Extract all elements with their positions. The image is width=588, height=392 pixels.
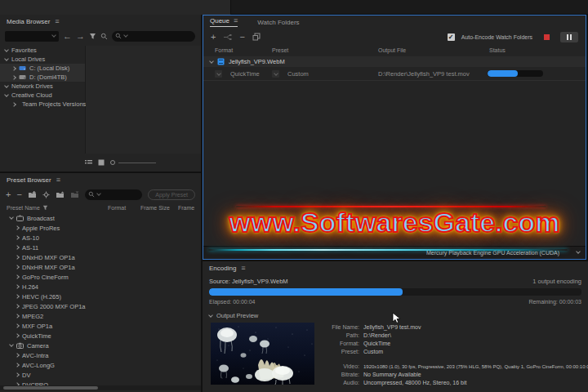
- tree-item-team-projects[interactable]: Team Projects Versions: [0, 100, 85, 109]
- chevron-right-icon: [15, 274, 20, 279]
- stop-queue-button[interactable]: [539, 32, 554, 42]
- filter-icon[interactable]: [89, 33, 96, 40]
- scrollbar-thumb[interactable]: [3, 386, 98, 390]
- format-dropdown[interactable]: [215, 70, 222, 78]
- add-source-icon[interactable]: +: [211, 33, 216, 42]
- preset-search-input[interactable]: [85, 189, 142, 200]
- chevron-down-icon: [9, 215, 14, 220]
- encoding-source-label: Source: Jellyfish_VP9.WebM: [209, 278, 288, 285]
- tree-item-drive-c[interactable]: C: (Local Disk): [0, 64, 85, 73]
- media-browser-panel: Media Browser ≡ ← → Favorites Local Driv…: [0, 15, 201, 172]
- queue-source-group-row[interactable]: Jellyfish_VP9.WebM: [203, 56, 586, 67]
- add-output-icon[interactable]: [223, 33, 232, 41]
- thumbnail-view-icon[interactable]: [98, 159, 105, 166]
- export-preset-icon[interactable]: [70, 191, 79, 198]
- preset-item[interactable]: MXF OP1a: [0, 321, 201, 331]
- camera-icon: [16, 342, 24, 349]
- tree-item-favorites[interactable]: Favorites: [0, 46, 85, 55]
- queue-row-format[interactable]: QuickTime: [230, 70, 260, 78]
- preset-item[interactable]: DNxHD MXF OP1a: [0, 252, 201, 262]
- column-status[interactable]: Status: [489, 47, 506, 53]
- tree-item-local-drives[interactable]: Local Drives: [0, 55, 85, 64]
- renderer-bar[interactable]: Mercury Playback Engine GPU Acceleration…: [203, 246, 586, 259]
- column-format[interactable]: Format: [215, 47, 233, 53]
- preset-settings-icon[interactable]: [42, 191, 50, 198]
- preset-item[interactable]: AVC-LongG: [0, 360, 201, 370]
- elapsed-label: Elapsed: 00:00:04: [209, 299, 255, 305]
- back-icon[interactable]: ←: [63, 32, 72, 41]
- queue-output-row[interactable]: QuickTime Custom D:\Render\Jellyfish_VP9…: [203, 67, 586, 81]
- output-preview-body: File Name: Jellyfish_VP9 test.mov Path: …: [203, 323, 588, 387]
- tree-item-creative-cloud[interactable]: Creative Cloud: [0, 91, 85, 100]
- panel-menu-icon[interactable]: ≡: [234, 17, 238, 24]
- detail-row-file-name: File Name: Jellyfish_VP9 test.mov: [325, 323, 588, 332]
- preset-item[interactable]: Apple ProRes: [0, 223, 201, 233]
- preset-item[interactable]: GoPro CineForm: [0, 272, 201, 282]
- apply-preset-button[interactable]: Apply Preset: [148, 189, 195, 200]
- preset-dropdown[interactable]: [272, 70, 279, 78]
- column-preset-name[interactable]: Preset Name: [7, 205, 108, 211]
- preset-item[interactable]: QuickTime: [0, 331, 201, 341]
- search-icon[interactable]: [100, 33, 108, 40]
- media-search-input[interactable]: [112, 31, 195, 42]
- preset-browser-toolbar: + − Apply Preset: [0, 186, 201, 203]
- panel-menu-icon[interactable]: ≡: [55, 18, 59, 25]
- queue-group-label: Jellyfish_VP9.WebM: [229, 58, 285, 65]
- new-preset-group-icon[interactable]: [28, 191, 37, 198]
- zoom-slider-knob[interactable]: [110, 160, 115, 165]
- panel-menu-icon[interactable]: ≡: [241, 265, 245, 272]
- media-path-dropdown[interactable]: [5, 31, 59, 42]
- sort-filter-icon: [42, 205, 48, 211]
- encoding-progress-fill: [209, 288, 403, 296]
- queue-toolbar: + − ✓ Auto-Encode Watch Folders: [203, 29, 586, 45]
- chevron-down-icon: [51, 33, 56, 38]
- output-details: File Name: Jellyfish_VP9 test.mov Path: …: [325, 323, 588, 387]
- preset-item[interactable]: H.264: [0, 282, 201, 292]
- chevron-down-icon: [4, 47, 9, 52]
- chevron-right-icon: [15, 372, 20, 377]
- media-browser-toolbar: ← →: [0, 28, 201, 44]
- remove-source-icon[interactable]: −: [239, 33, 244, 42]
- forward-icon[interactable]: →: [76, 32, 85, 41]
- chevron-down-icon: [576, 249, 581, 254]
- chevron-right-icon: [15, 353, 20, 358]
- panel-menu-icon[interactable]: ≡: [56, 176, 60, 184]
- auto-encode-checkbox[interactable]: ✓: [448, 33, 455, 41]
- preset-item[interactable]: JPEG 2000 MXF OP1a: [0, 301, 201, 311]
- queue-row-output-file[interactable]: D:\Render\Jellyfish_VP9 test.mov: [378, 70, 470, 78]
- tab-watch-folders[interactable]: Watch Folders: [257, 19, 299, 26]
- preset-item[interactable]: AS-10: [0, 233, 201, 243]
- tab-queue[interactable]: Queue ≡: [210, 17, 238, 27]
- preset-item[interactable]: DNxHR MXF OP1a: [0, 262, 201, 272]
- horizontal-scrollbar[interactable]: [0, 385, 201, 390]
- column-preset[interactable]: Preset: [272, 47, 288, 53]
- column-frame-size[interactable]: Frame Size: [140, 205, 178, 211]
- chevron-right-icon: [15, 363, 20, 368]
- chevron-right-icon: [15, 294, 20, 299]
- queue-row-progress-track: [488, 70, 543, 77]
- preset-group-broadcast[interactable]: Broadcast: [0, 213, 201, 223]
- preset-item[interactable]: DV: [0, 370, 201, 380]
- preset-item[interactable]: AS-11: [0, 243, 201, 252]
- column-output-file[interactable]: Output File: [378, 47, 406, 53]
- tree-item-drive-d[interactable]: D: (Domi4TB): [0, 73, 85, 82]
- media-browser-title: Media Browser: [7, 18, 50, 25]
- preset-item[interactable]: AVC-Intra: [0, 350, 201, 360]
- preset-group-camera[interactable]: Camera: [0, 341, 201, 350]
- preset-item[interactable]: HEVC (H.265): [0, 292, 201, 301]
- duplicate-icon[interactable]: [252, 33, 261, 41]
- list-view-icon[interactable]: [85, 159, 92, 166]
- remove-preset-icon[interactable]: −: [16, 190, 21, 199]
- pause-queue-button[interactable]: [560, 32, 578, 42]
- column-frame-rate[interactable]: Frame: [178, 205, 201, 211]
- zoom-slider-track[interactable]: [118, 163, 156, 163]
- column-format[interactable]: Format: [108, 205, 140, 211]
- import-preset-icon[interactable]: [56, 191, 65, 198]
- media-browser-body: Favorites Local Drives C: (Local Disk) D…: [0, 46, 201, 154]
- queue-row-preset[interactable]: Custom: [287, 70, 309, 78]
- add-preset-icon[interactable]: +: [6, 190, 11, 199]
- preset-item[interactable]: MPEG2: [0, 311, 201, 321]
- chevron-down-icon: [4, 92, 9, 97]
- media-browser-content-pane[interactable]: [86, 46, 201, 154]
- tree-item-network-drives[interactable]: Network Drives: [0, 82, 85, 91]
